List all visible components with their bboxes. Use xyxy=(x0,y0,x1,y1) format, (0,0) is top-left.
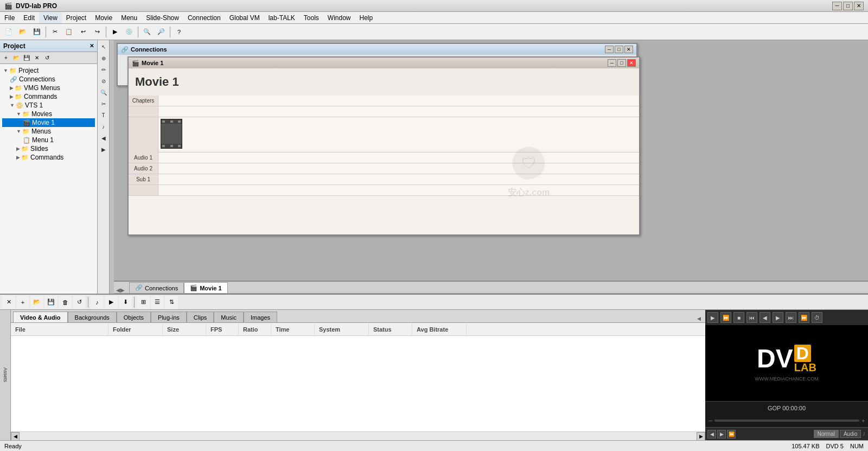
tab-clips[interactable]: Clips xyxy=(187,312,214,322)
minimize-button[interactable]: ─ xyxy=(832,2,842,10)
menu-edit[interactable]: Edit xyxy=(19,12,39,23)
assets-scrollbar[interactable]: ◀ ▶ xyxy=(11,431,705,440)
copy-button[interactable]: 📋 xyxy=(62,26,75,39)
preview-next-frame[interactable]: ▶ xyxy=(773,312,783,323)
new-button[interactable]: 📄 xyxy=(2,26,15,39)
tree-commands-bottom[interactable]: ▶ 📁 Commands xyxy=(2,153,95,162)
side-nav-left[interactable]: ◀ xyxy=(98,132,109,143)
menu-file[interactable]: File xyxy=(0,12,19,23)
menu-connection[interactable]: Connection xyxy=(183,12,225,23)
project-panel-close[interactable]: ✕ xyxy=(90,43,94,49)
side-zoom-tool[interactable]: 🔍 xyxy=(98,87,109,98)
tab-backgrounds[interactable]: Backgrounds xyxy=(68,312,117,322)
tree-menus[interactable]: ▼ 📁 Menus xyxy=(2,127,95,136)
tab-music[interactable]: Music xyxy=(214,312,244,322)
bottom-delete[interactable]: 🗑 xyxy=(59,296,72,309)
menu-help[interactable]: Help xyxy=(355,12,378,23)
proj-open[interactable]: 📂 xyxy=(11,53,21,63)
bottom-new[interactable]: + xyxy=(16,296,29,309)
side-audio-tool[interactable]: ♪ xyxy=(98,121,109,132)
bottom-audio-btn[interactable]: ♪ xyxy=(91,296,104,309)
tree-project[interactable]: ▼ 📁 Project xyxy=(2,66,95,75)
volume-slider[interactable] xyxy=(714,420,859,422)
menu-window[interactable]: Window xyxy=(323,12,355,23)
preview-clock[interactable]: ⏱ xyxy=(812,312,822,323)
proj-new[interactable]: + xyxy=(1,53,11,63)
mode-audio-btn[interactable]: Audio xyxy=(840,430,861,438)
cut-button[interactable]: ✂ xyxy=(48,26,61,39)
preview-prev-frame[interactable]: ⏮ xyxy=(746,312,757,323)
tab-movie1[interactable]: 🎬 Movie 1 xyxy=(184,282,227,293)
movie-minimize[interactable]: ─ xyxy=(608,59,616,67)
scroll-left-btn[interactable]: ◀ xyxy=(11,432,20,441)
preview-fast-forward[interactable]: ⏩ xyxy=(720,312,731,323)
bottom-import-btn[interactable]: ⬇ xyxy=(119,296,132,309)
bottom-video-btn[interactable]: ▶ xyxy=(105,296,118,309)
side-crop-tool[interactable]: ⊕ xyxy=(98,53,109,63)
connections-close[interactable]: ✕ xyxy=(624,46,633,53)
tree-movies[interactable]: ▼ 📁 Movies xyxy=(2,110,95,118)
side-nav-right[interactable]: ▶ xyxy=(98,144,109,155)
tree-vts1[interactable]: ▼ 📀 VTS 1 xyxy=(2,101,95,110)
tab-nav-left-icon[interactable]: ◀ xyxy=(116,287,120,293)
preview-ffwd-btn[interactable]: ⏩ xyxy=(727,430,736,439)
zoom-out-button[interactable]: 🔎 xyxy=(155,26,168,39)
proj-save[interactable]: 💾 xyxy=(22,53,31,63)
bottom-refresh[interactable]: ↺ xyxy=(73,296,86,309)
mode-normal-btn[interactable]: Normal xyxy=(814,430,839,438)
save-button[interactable]: 💾 xyxy=(30,26,43,39)
assets-side-tab[interactable]: Assets xyxy=(0,310,11,440)
redo-button[interactable]: ↪ xyxy=(91,26,104,39)
encode-button[interactable]: ▶ xyxy=(108,26,122,39)
menu-labtalk[interactable]: lab-TALK xyxy=(264,12,299,23)
preview-more-forward[interactable]: ⏩ xyxy=(799,312,809,323)
side-text-tool[interactable]: T xyxy=(98,110,109,120)
bottom-list-btn[interactable]: ☰ xyxy=(151,296,164,309)
connections-maximize[interactable]: □ xyxy=(615,46,623,53)
bottom-sort-btn[interactable]: ⇅ xyxy=(165,296,178,309)
open-button[interactable]: 📂 xyxy=(16,26,29,39)
tree-menu1[interactable]: 📋 Menu 1 xyxy=(2,136,95,144)
bottom-grid-btn[interactable]: ⊞ xyxy=(137,296,150,309)
tab-nav-right-icon[interactable]: ▶ xyxy=(120,287,125,293)
bottom-close[interactable]: ✕ xyxy=(2,296,15,309)
volume-minus-icon[interactable]: ─ xyxy=(709,418,712,424)
bottom-save[interactable]: 💾 xyxy=(44,296,58,309)
tab-objects[interactable]: Objects xyxy=(117,312,151,322)
tab-images[interactable]: Images xyxy=(244,312,277,322)
volume-plus-icon[interactable]: + xyxy=(861,418,865,424)
movie-close[interactable]: ✕ xyxy=(627,59,636,67)
bottom-open[interactable]: 📂 xyxy=(30,296,43,309)
side-select-tool[interactable]: ↖ xyxy=(98,41,109,52)
scroll-right-btn[interactable]: ▶ xyxy=(697,432,705,441)
burn-button[interactable]: 💿 xyxy=(123,26,136,39)
tree-connections[interactable]: 🔗 Connections xyxy=(2,75,95,84)
preview-fwd-btn[interactable]: ▶ xyxy=(717,430,726,439)
tab-video-audio[interactable]: Video & Audio xyxy=(13,312,68,322)
menu-project[interactable]: Project xyxy=(62,12,91,23)
menu-movie[interactable]: Movie xyxy=(91,12,117,23)
menu-view[interactable]: View xyxy=(39,12,62,23)
zoom-in-button[interactable]: 🔍 xyxy=(141,26,154,39)
movie-maximize[interactable]: □ xyxy=(617,59,626,67)
tab-connections[interactable]: 🔗 Connections xyxy=(129,282,184,293)
preview-back-frame[interactable]: ◀ xyxy=(760,312,770,323)
tree-slides[interactable]: ▶ 📁 Slides xyxy=(2,144,95,153)
preview-stop[interactable]: ■ xyxy=(733,312,744,323)
menu-menu[interactable]: Menu xyxy=(117,12,142,23)
tab-plugins[interactable]: Plug-ins xyxy=(151,312,187,322)
tab-scroll-left[interactable]: ◀ xyxy=(697,316,701,321)
proj-refresh[interactable]: ↺ xyxy=(42,53,52,63)
help-button[interactable]: ? xyxy=(173,26,186,39)
proj-del[interactable]: ✕ xyxy=(32,53,42,63)
preview-back-btn[interactable]: ◀ xyxy=(707,430,716,439)
tree-vmg-menus[interactable]: ▶ 📁 VMG Menus xyxy=(2,84,95,92)
side-move-tool[interactable]: ✂ xyxy=(98,98,109,109)
side-pencil-tool[interactable]: ✏ xyxy=(98,64,109,75)
menu-globalvm[interactable]: Global VM xyxy=(225,12,264,23)
menu-slideshow[interactable]: Slide-Show xyxy=(142,12,183,23)
menu-tools[interactable]: Tools xyxy=(299,12,323,23)
connections-minimize[interactable]: ─ xyxy=(605,46,614,53)
preview-next-chapter[interactable]: ⏭ xyxy=(786,312,796,323)
close-button[interactable]: ✕ xyxy=(854,2,864,10)
